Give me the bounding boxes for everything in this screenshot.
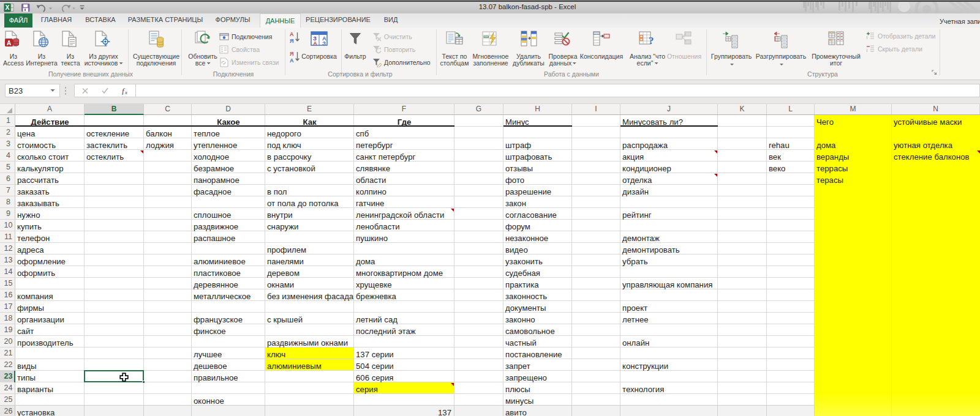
svg-text:A: A [7,40,11,46]
svg-text:З: З [322,40,326,46]
svg-text:А: А [290,31,294,37]
svg-text:А: А [313,40,317,46]
svg-text:x: x [124,89,127,95]
svg-text:А: А [290,58,294,64]
svg-text:Я: Я [290,38,293,44]
svg-text:X: X [5,4,9,11]
svg-text:Я: Я [290,51,293,57]
svg-text:?: ? [649,35,654,46]
